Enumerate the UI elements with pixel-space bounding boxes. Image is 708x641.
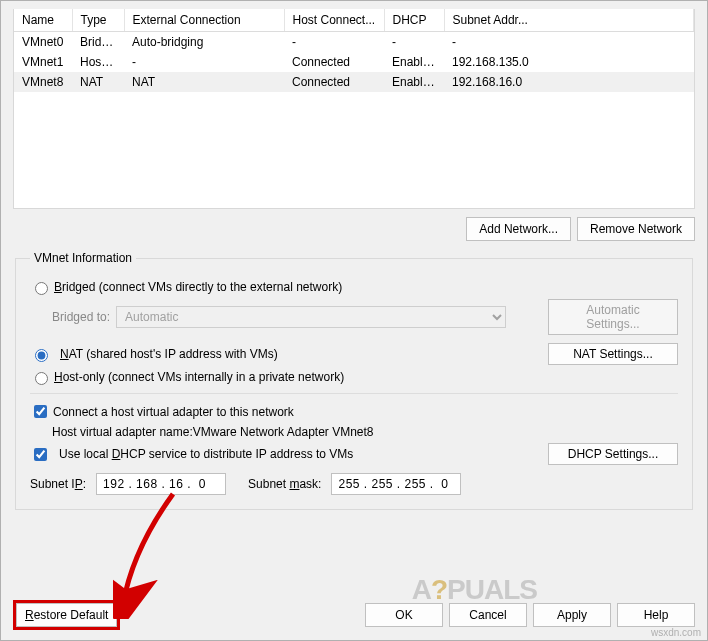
cell-dhcp: Enabled bbox=[384, 52, 444, 72]
col-header-subnet[interactable]: Subnet Addr... bbox=[444, 9, 694, 32]
restore-default-button[interactable]: Restore Default bbox=[16, 603, 117, 627]
host-adapter-name-label: Host virtual adapter name: bbox=[52, 425, 193, 439]
ok-button[interactable]: OK bbox=[365, 603, 443, 627]
network-table-container: Name Type External Connection Host Conne… bbox=[13, 9, 695, 209]
connect-host-adapter-label: Connect a host virtual adapter to this n… bbox=[53, 405, 294, 419]
use-dhcp-label: Use local DHCP service to distribute IP … bbox=[59, 447, 353, 461]
bridged-label: Bridged (connect VMs directly to the ext… bbox=[54, 280, 342, 294]
cell-name: VMnet8 bbox=[14, 72, 72, 92]
cell-dhcp: - bbox=[384, 32, 444, 53]
add-network-button[interactable]: Add Network... bbox=[466, 217, 571, 241]
remove-network-button[interactable]: Remove Network bbox=[577, 217, 695, 241]
cell-type: Host-... bbox=[72, 52, 124, 72]
cell-ext: NAT bbox=[124, 72, 284, 92]
col-header-type[interactable]: Type bbox=[72, 9, 124, 32]
subnet-ip-field[interactable] bbox=[96, 473, 226, 495]
dhcp-settings-button[interactable]: DHCP Settings... bbox=[548, 443, 678, 465]
col-header-host-connect[interactable]: Host Connect... bbox=[284, 9, 384, 32]
subnet-mask-field[interactable] bbox=[331, 473, 461, 495]
table-row[interactable]: VMnet0 Bridged Auto-bridging - - - bbox=[14, 32, 694, 53]
restore-default-highlight: Restore Default bbox=[13, 600, 120, 630]
cell-type: NAT bbox=[72, 72, 124, 92]
cell-name: VMnet1 bbox=[14, 52, 72, 72]
vmnet-info-legend: VMnet Information bbox=[30, 251, 136, 265]
cell-name: VMnet0 bbox=[14, 32, 72, 53]
vmnet-editor-window: Name Type External Connection Host Conne… bbox=[0, 0, 708, 641]
cell-host: Connected bbox=[284, 72, 384, 92]
cell-subnet: - bbox=[444, 32, 694, 53]
cell-dhcp: Enabled bbox=[384, 72, 444, 92]
nat-settings-button[interactable]: NAT Settings... bbox=[548, 343, 678, 365]
nat-radio[interactable] bbox=[35, 349, 48, 362]
hostonly-radio[interactable] bbox=[35, 372, 48, 385]
cell-ext: Auto-bridging bbox=[124, 32, 284, 53]
table-row[interactable]: VMnet8 NAT NAT Connected Enabled 192.168… bbox=[14, 72, 694, 92]
network-table[interactable]: Name Type External Connection Host Conne… bbox=[14, 9, 694, 92]
cell-subnet: 192.168.16.0 bbox=[444, 72, 694, 92]
cell-ext: - bbox=[124, 52, 284, 72]
hostonly-label: Host-only (connect VMs internally in a p… bbox=[54, 370, 344, 384]
table-header-row[interactable]: Name Type External Connection Host Conne… bbox=[14, 9, 694, 32]
bridged-to-label: Bridged to: bbox=[52, 310, 110, 324]
dialog-button-bar: Restore Default OK Cancel Apply Help bbox=[13, 600, 695, 630]
bridged-to-select[interactable]: Automatic bbox=[116, 306, 506, 328]
vmnet-info-group: VMnet Information Bridged (connect VMs d… bbox=[15, 251, 693, 510]
cell-subnet: 192.168.135.0 bbox=[444, 52, 694, 72]
cell-host: - bbox=[284, 32, 384, 53]
table-row[interactable]: VMnet1 Host-... - Connected Enabled 192.… bbox=[14, 52, 694, 72]
bridged-radio[interactable] bbox=[35, 282, 48, 295]
help-button[interactable]: Help bbox=[617, 603, 695, 627]
subnet-ip-label: Subnet IP: bbox=[30, 477, 86, 491]
nat-label: NAT (shared host's IP address with VMs) bbox=[60, 347, 278, 361]
host-adapter-name-value: VMware Network Adapter VMnet8 bbox=[193, 425, 374, 439]
cancel-button[interactable]: Cancel bbox=[449, 603, 527, 627]
cell-type: Bridged bbox=[72, 32, 124, 53]
connect-host-adapter-checkbox[interactable] bbox=[34, 405, 47, 418]
automatic-settings-button[interactable]: Automatic Settings... bbox=[548, 299, 678, 335]
cell-host: Connected bbox=[284, 52, 384, 72]
subnet-mask-label: Subnet mask: bbox=[248, 477, 321, 491]
col-header-name[interactable]: Name bbox=[14, 9, 72, 32]
apply-button[interactable]: Apply bbox=[533, 603, 611, 627]
col-header-external[interactable]: External Connection bbox=[124, 9, 284, 32]
use-dhcp-checkbox[interactable] bbox=[34, 448, 47, 461]
col-header-dhcp[interactable]: DHCP bbox=[384, 9, 444, 32]
